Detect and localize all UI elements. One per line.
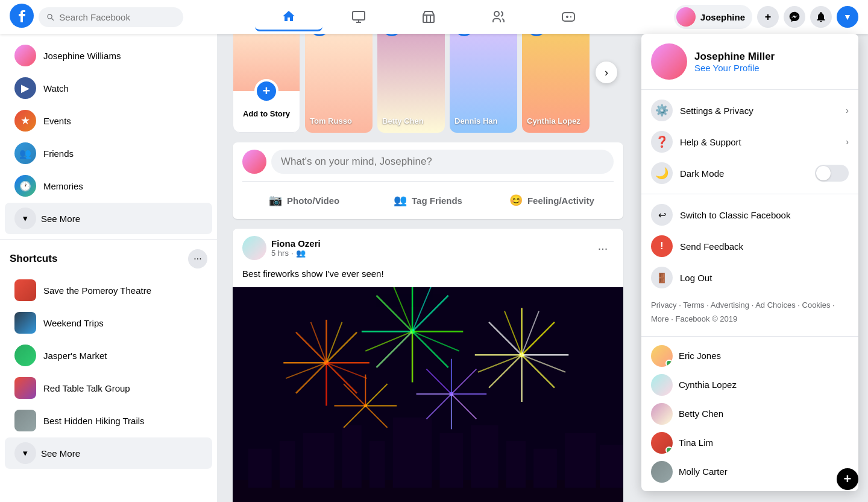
- sidebar-item-events[interactable]: ★ Events: [5, 105, 212, 136]
- dropdown-help-item[interactable]: ❓ Help & Support ›: [641, 126, 858, 157]
- composer-input[interactable]: [271, 150, 614, 174]
- nav-watch-button[interactable]: [325, 2, 392, 31]
- contact-cynthia[interactable]: Cynthia Lopez: [641, 370, 858, 399]
- shortcut-red-table[interactable]: Red Table Talk Group: [5, 372, 212, 404]
- post-meta: Fiona Ozeri 5 hrs · 👥: [271, 238, 587, 258]
- dropdown-settings-item[interactable]: ⚙️ Settings & Privacy ›: [641, 95, 858, 126]
- chevron-right-icon: ›: [596, 62, 617, 83]
- add-contact-button[interactable]: +: [837, 468, 858, 490]
- post-header: Fiona Ozeri 5 hrs · 👥 ···: [233, 229, 623, 267]
- logout-icon: 🚪: [651, 267, 673, 288]
- post-options-button[interactable]: ···: [592, 237, 614, 259]
- see-more-nav-button[interactable]: ▾ See More: [5, 203, 212, 234]
- contact-betty[interactable]: Betty Chen: [641, 399, 858, 428]
- account-menu-button[interactable]: ▼: [837, 6, 858, 28]
- search-input[interactable]: [59, 12, 176, 22]
- shortcut-weekend-label: Weekend Trips: [43, 318, 104, 328]
- photo-video-button[interactable]: 📷 Photo/Video: [242, 189, 366, 212]
- hiking-avatar: [14, 410, 36, 431]
- dropdown-profile-name: Josephine Miller: [694, 51, 775, 63]
- jaspers-avatar: [14, 345, 36, 366]
- user-pill[interactable]: Josephine: [674, 5, 752, 29]
- sidebar-item-watch[interactable]: ▶ Watch: [5, 72, 212, 104]
- advertising-link[interactable]: Advertising: [711, 300, 749, 310]
- shortcuts-more-button[interactable]: ···: [188, 249, 207, 268]
- user-name-label: Josephine: [700, 12, 745, 22]
- contact-eric[interactable]: Eric Jones: [641, 342, 858, 370]
- search-bar[interactable]: [39, 7, 183, 27]
- photo-video-label: Photo/Video: [287, 195, 339, 206]
- nav-gaming-button[interactable]: [535, 2, 602, 31]
- nav-groups-button[interactable]: [465, 2, 532, 31]
- dark-mode-label: Dark Mode: [680, 168, 808, 179]
- shortcuts-see-more-label: See More: [41, 448, 80, 459]
- sidebar-watch-label: Watch: [43, 83, 69, 94]
- nav-icons: [183, 2, 674, 31]
- red-table-avatar: [14, 377, 36, 399]
- cookies-link[interactable]: Cookies: [802, 300, 831, 310]
- nav-home-button[interactable]: [255, 2, 322, 31]
- svg-rect-13: [439, 433, 463, 488]
- shortcuts-see-more-button[interactable]: ▾ See More: [5, 437, 212, 469]
- contact-molly-name: Molly Carter: [679, 466, 728, 477]
- shortcut-hiking[interactable]: Best Hidden Hiking Trails: [5, 405, 212, 436]
- dropdown-classic-item[interactable]: ↩ Switch to Classic Facebook: [641, 199, 858, 230]
- shortcut-weekend[interactable]: Weekend Trips: [5, 307, 212, 338]
- notifications-button[interactable]: [810, 6, 832, 28]
- nav-marketplace-button[interactable]: [395, 2, 462, 31]
- classic-icon: ↩: [651, 204, 673, 226]
- feedback-icon: !: [651, 235, 673, 257]
- sidebar-events-label: Events: [43, 116, 71, 126]
- post-image: [233, 287, 623, 502]
- dropdown-footer: Privacy · Terms · Advertising · Ad Choic…: [641, 293, 858, 331]
- sidebar-item-memories[interactable]: 🕐 Memories: [5, 170, 212, 202]
- online-indicator-tina: [665, 446, 673, 454]
- weekend-avatar: [14, 312, 36, 334]
- composer-actions: 📷 Photo/Video 👥 Tag Friends 😊 Feeling/Ac…: [242, 181, 614, 212]
- post-time: 5 hrs · 👥: [271, 249, 587, 258]
- contact-cynthia-name: Cynthia Lopez: [679, 380, 737, 390]
- shortcut-pomeroy[interactable]: Save the Pomeroy Theatre: [5, 275, 212, 306]
- dark-mode-toggle[interactable]: [815, 165, 849, 182]
- dark-mode-icon: 🌙: [651, 162, 673, 184]
- online-indicator: [665, 360, 673, 367]
- contact-molly-avatar: [651, 461, 673, 483]
- feedback-label: Send Feedback: [680, 241, 849, 252]
- sidebar-item-friends[interactable]: 👥 Friends: [5, 138, 212, 169]
- help-icon: ❓: [651, 131, 673, 153]
- add-story-plus-icon: +: [254, 79, 278, 103]
- contact-eric-name: Eric Jones: [679, 351, 721, 361]
- messenger-button[interactable]: [784, 6, 805, 28]
- shortcut-hiking-label: Best Hidden Hiking Trails: [43, 416, 145, 426]
- fb-logo[interactable]: [10, 4, 34, 30]
- privacy-link[interactable]: Privacy: [651, 300, 677, 310]
- contact-tina[interactable]: Tina Lim: [641, 428, 858, 457]
- svg-rect-1: [353, 11, 365, 20]
- see-profile-link[interactable]: See Your Profile: [694, 63, 775, 73]
- dropdown-feedback-item[interactable]: ! Send Feedback: [641, 230, 858, 262]
- svg-rect-16: [533, 449, 557, 488]
- sidebar-user-profile[interactable]: Josephine Williams: [5, 40, 212, 71]
- contact-molly[interactable]: Molly Carter: [641, 457, 858, 486]
- contact-tina-name: Tina Lim: [679, 437, 713, 448]
- add-button[interactable]: +: [757, 6, 779, 28]
- watch-icon: ▶: [14, 77, 36, 99]
- shortcut-jaspers[interactable]: Jasper's Market: [5, 340, 212, 371]
- shortcut-red-table-label: Red Table Talk Group: [43, 383, 130, 393]
- composer-top: [242, 150, 614, 174]
- svg-rect-11: [370, 441, 385, 488]
- contact-betty-name: Betty Chen: [679, 408, 723, 419]
- search-icon: [46, 12, 54, 22]
- shortcuts-title: Shortcuts ···: [0, 244, 217, 273]
- dropdown-logout-item[interactable]: 🚪 Log Out: [641, 262, 858, 293]
- feeling-button[interactable]: 😊 Feeling/Activity: [490, 189, 614, 212]
- post-text: Best fireworks show I've ever seen!: [233, 267, 623, 287]
- terms-link[interactable]: Terms: [683, 300, 704, 310]
- ad-choices-link[interactable]: Ad Choices: [755, 300, 795, 310]
- post-author-avatar[interactable]: [242, 236, 266, 260]
- photo-icon: 📷: [269, 194, 282, 207]
- dropdown-darkmode-item[interactable]: 🌙 Dark Mode: [641, 157, 858, 189]
- more-link[interactable]: More: [651, 314, 669, 323]
- tag-friends-button[interactable]: 👥 Tag Friends: [366, 189, 489, 212]
- dropdown-profile[interactable]: Josephine Miller See Your Profile: [641, 39, 858, 90]
